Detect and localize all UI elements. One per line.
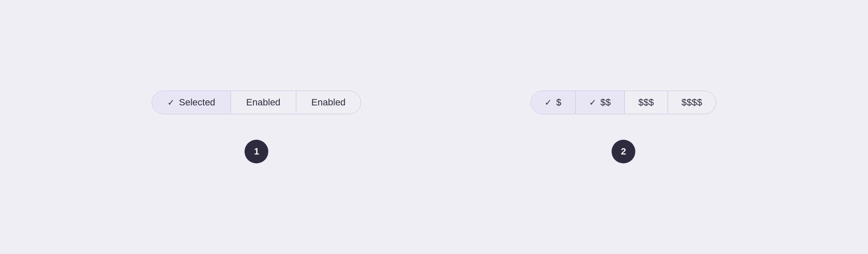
price-segment-1-label: $	[556, 97, 561, 108]
main-container: ✓ Selected Enabled Enabled 1 ✓ $ ✓ $$	[152, 91, 716, 163]
check-icon-price-1: ✓	[545, 97, 552, 108]
price-segment-2[interactable]: ✓ $$	[576, 91, 625, 114]
price-segment-1[interactable]: ✓ $	[531, 91, 575, 114]
badge-2-label: 2	[621, 146, 626, 157]
price-segment-3-label: $$$	[638, 97, 654, 108]
segment-selected-label: Selected	[179, 97, 215, 108]
check-icon: ✓	[167, 97, 175, 108]
price-segment-4[interactable]: $$$$	[668, 91, 716, 114]
price-segment-3[interactable]: $$$	[625, 91, 668, 114]
example-2-block: ✓ $ ✓ $$ $$$ $$$$ 2	[531, 91, 716, 163]
badge-1: 1	[245, 140, 268, 163]
badge-1-label: 1	[254, 146, 259, 157]
price-segment-2-label: $$	[601, 97, 611, 108]
segment-enabled-2-label: Enabled	[312, 97, 346, 108]
price-segment-4-label: $$$$	[682, 97, 702, 108]
segment-enabled-1[interactable]: Enabled	[231, 91, 296, 114]
segment-enabled-1-label: Enabled	[246, 97, 281, 108]
segment-selected[interactable]: ✓ Selected	[152, 91, 231, 114]
segmented-control-1: ✓ Selected Enabled Enabled	[152, 91, 361, 114]
badge-2: 2	[612, 140, 635, 163]
segmented-control-2: ✓ $ ✓ $$ $$$ $$$$	[531, 91, 716, 114]
example-1-block: ✓ Selected Enabled Enabled 1	[152, 91, 361, 163]
check-icon-price-2: ✓	[589, 97, 596, 108]
segment-enabled-2[interactable]: Enabled	[296, 91, 361, 114]
